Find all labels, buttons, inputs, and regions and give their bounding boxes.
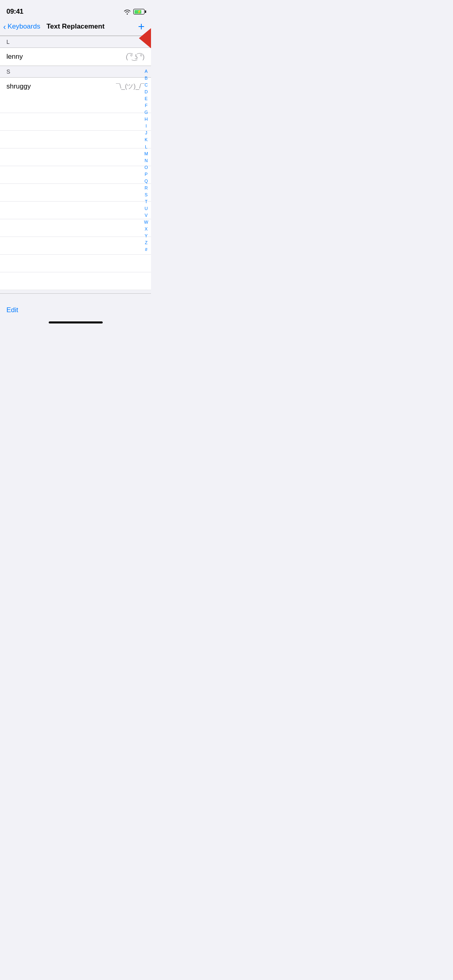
alpha-i[interactable]: I [143,123,149,130]
alpha-w[interactable]: W [143,219,149,226]
alpha-c[interactable]: C [143,82,149,89]
empty-row-11 [0,272,151,290]
nav-header: ‹ Keyboards Text Replacement + [0,18,151,36]
alpha-a[interactable]: A [143,68,149,75]
back-button[interactable]: ‹ Keyboards [3,23,40,31]
alpha-h[interactable]: H [143,116,149,123]
empty-row-1 [0,95,151,113]
bolt-icon: ⚡ [137,10,141,14]
alpha-f[interactable]: F [143,102,149,109]
empty-row-3 [0,131,151,148]
section-l: L lenny ( ͡° ͜ʖ ͡°) [0,36,151,66]
battery-icon: ⚡ [133,9,145,14]
back-chevron-icon: ‹ [3,23,6,31]
alpha-#[interactable]: # [143,246,149,253]
section-header-l: L [0,36,151,48]
empty-row-5 [0,166,151,184]
page-title: Text Replacement [46,23,104,31]
alpha-l[interactable]: L [143,144,149,150]
shortcut-lenny: lenny [6,53,23,61]
alpha-k[interactable]: K [143,136,149,143]
empty-row-2 [0,113,151,131]
empty-row-6 [0,184,151,202]
phrase-shruggy: ¯\_(ツ)_/¯ [116,82,145,91]
shortcut-shruggy: shruggy [6,82,31,91]
edit-button[interactable]: Edit [6,306,18,314]
alpha-e[interactable]: E [143,95,149,102]
phrase-lenny: ( ͡° ͜ʖ ͡°) [126,53,145,61]
alpha-t[interactable]: T [143,198,149,205]
wifi-icon [124,9,131,14]
alpha-g[interactable]: G [143,109,149,116]
alpha-y[interactable]: Y [143,233,149,239]
empty-rows [0,95,151,290]
alphabet-index[interactable]: ABCDEFGHIJKLMNOPQRSTUVWXYZ# [141,66,151,255]
alpha-u[interactable]: U [143,205,149,212]
alpha-r[interactable]: R [143,185,149,191]
alpha-z[interactable]: Z [143,239,149,246]
alpha-n[interactable]: N [143,157,149,164]
alpha-o[interactable]: O [143,164,149,171]
empty-row-10 [0,255,151,272]
empty-row-7 [0,202,151,219]
status-bar: 09:41 ⚡ [0,0,151,18]
status-time: 09:41 [6,8,23,16]
alpha-s[interactable]: S [143,191,149,198]
alpha-q[interactable]: Q [143,178,149,185]
alpha-m[interactable]: M [143,150,149,157]
alpha-x[interactable]: X [143,226,149,233]
back-label: Keyboards [8,23,40,31]
empty-row-8 [0,219,151,237]
alpha-d[interactable]: D [143,89,149,95]
alpha-b[interactable]: B [143,75,149,82]
section-header-s: S [0,66,151,78]
alpha-j[interactable]: J [143,130,149,136]
list-item-lenny[interactable]: lenny ( ͡° ͜ʖ ͡°) [0,48,151,66]
empty-row-9 [0,237,151,255]
home-indicator [49,321,103,323]
status-icons: ⚡ [124,9,145,14]
svg-marker-2 [139,28,151,48]
list-item-shruggy[interactable]: shruggy ¯\_(ツ)_/¯ [0,78,151,95]
empty-row-4 [0,148,151,166]
section-s: S shruggy ¯\_(ツ)_/¯ [0,66,151,95]
alpha-v[interactable]: V [143,212,149,219]
alpha-p[interactable]: P [143,171,149,178]
